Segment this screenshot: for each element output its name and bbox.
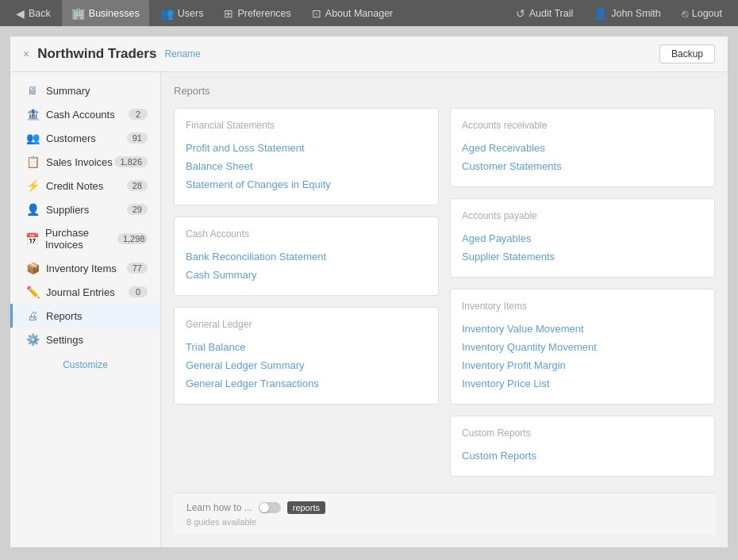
aged-receivables-link[interactable]: Aged Receivables (462, 139, 703, 157)
cash-summary-link[interactable]: Cash Summary (186, 266, 427, 284)
sidebar-item-settings[interactable]: ⚙️ Settings (10, 328, 160, 351)
top-nav: ◀ Back 🏢 Businesses 👥 Users ⊞ Preference… (0, 0, 738, 26)
reports-left-col: Financial Statements Profit and Loss Sta… (174, 108, 439, 477)
general-ledger-title: General Ledger (186, 319, 427, 330)
sidebar-suppliers-label: Suppliers (46, 204, 89, 216)
sidebar-reports-label: Reports (46, 310, 83, 322)
nav-user-label: John Smith (611, 8, 661, 19)
sidebar-summary-label: Summary (46, 85, 90, 97)
trial-balance-link[interactable]: Trial Balance (186, 338, 427, 356)
sidebar-sales-invoices-label: Sales Invoices (46, 156, 113, 168)
nav-users[interactable]: 👥 Users (151, 0, 213, 26)
guides-text: 8 guides available (186, 517, 702, 527)
settings-icon: ⚙️ (25, 333, 40, 346)
purchase-invoices-badge: 1,298 (117, 233, 148, 244)
inventory-items-card: Inventory Items Inventory Value Movement… (450, 289, 715, 405)
sidebar-item-credit-notes[interactable]: ⚡ Credit Notes 28 (10, 174, 160, 198)
nav-businesses[interactable]: 🏢 Businesses (62, 0, 149, 26)
sidebar-cash-accounts-label: Cash Accounts (46, 109, 115, 121)
sidebar-item-summary[interactable]: 🖥 Summary (10, 79, 160, 102)
inventory-quantity-movement-link[interactable]: Inventory Quantity Movement (462, 338, 703, 356)
reports-right-col: Accounts receivable Aged Receivables Cus… (450, 108, 715, 477)
sidebar-item-journal-entries[interactable]: ✏️ Journal Entries 0 (10, 280, 160, 304)
sidebar-item-inventory-items[interactable]: 📦 Inventory Items 77 (10, 256, 160, 280)
bank-reconciliation-link[interactable]: Bank Reconciliation Statement (186, 247, 427, 266)
aged-payables-link[interactable]: Aged Payables (462, 229, 703, 247)
customer-statements-link[interactable]: Customer Statements (462, 157, 703, 175)
profit-loss-link[interactable]: Profit and Loss Statement (186, 139, 427, 157)
main-wrapper: × Northwind Traders Rename Backup 🖥 Summ… (0, 26, 738, 560)
sidebar: 🖥 Summary 🏦 Cash Accounts 2 👥 Customers (10, 72, 161, 547)
sidebar-item-sales-invoices[interactable]: 📋 Sales Invoices 1,826 (10, 150, 160, 174)
journal-entries-badge: 0 (129, 286, 148, 297)
nav-back-label: Back (29, 8, 51, 19)
statement-changes-equity-link[interactable]: Statement of Changes in Equity (186, 175, 427, 194)
sidebar-item-customers[interactable]: 👥 Customers 91 (10, 126, 160, 150)
reports-tag: reports (287, 501, 325, 514)
sidebar-purchase-invoices-label: Purchase Invoices (45, 227, 117, 251)
backup-button[interactable]: Backup (659, 44, 715, 63)
sidebar-credit-notes-label: Credit Notes (46, 180, 103, 192)
sidebar-journal-entries-label: Journal Entries (46, 286, 115, 298)
panel-title-row: × Northwind Traders Rename (23, 46, 201, 62)
nav-preferences-label: Preferences (237, 8, 290, 19)
nav-right: ↺ Audit Trail 👤 John Smith ⎋ Logout (506, 0, 732, 26)
learn-text: Learn how to ... (186, 502, 252, 513)
sidebar-item-reports[interactable]: 🖨 Reports (10, 304, 160, 328)
nav-back[interactable]: ◀ Back (6, 0, 60, 26)
inventory-items-icon: 📦 (25, 262, 40, 274)
accounts-payable-title: Accounts payable (462, 210, 703, 221)
customers-icon: 👥 (25, 132, 40, 144)
general-ledger-transactions-link[interactable]: General Ledger Transactions (186, 374, 427, 393)
nav-about-label: About Manager (325, 8, 393, 19)
balance-sheet-link[interactable]: Balance Sheet (186, 157, 427, 175)
credit-notes-icon: ⚡ (25, 179, 40, 192)
general-ledger-summary-link[interactable]: General Ledger Summary (186, 356, 427, 374)
cash-accounts-icon: 🏦 (25, 108, 40, 121)
preferences-icon: ⊞ (224, 7, 233, 20)
suppliers-icon: 👤 (25, 203, 40, 216)
financial-statements-card: Financial Statements Profit and Loss Sta… (174, 108, 439, 205)
sidebar-item-suppliers[interactable]: 👤 Suppliers 29 (10, 198, 160, 221)
inventory-price-list-link[interactable]: Inventory Price List (462, 374, 703, 393)
rename-link[interactable]: Rename (164, 48, 200, 59)
accounts-payable-card: Accounts payable Aged Payables Supplier … (450, 198, 715, 278)
footer-row: Learn how to ... reports (186, 501, 702, 514)
user-icon: 👤 (594, 7, 607, 20)
inventory-items-badge: 77 (127, 263, 148, 274)
nav-logout[interactable]: ⎋ Logout (672, 0, 732, 26)
nav-user[interactable]: 👤 John Smith (584, 0, 671, 26)
custom-reports-title: Custom Reports (462, 428, 703, 439)
businesses-icon: 🏢 (71, 7, 85, 20)
nav-audit-trail[interactable]: ↺ Audit Trail (506, 0, 583, 26)
inventory-items-title: Inventory Items (462, 301, 703, 312)
logout-icon: ⎋ (682, 7, 688, 20)
nav-preferences[interactable]: ⊞ Preferences (214, 0, 300, 26)
summary-icon: 🖥 (25, 84, 40, 97)
right-content: Reports Financial Statements Profit and … (161, 72, 728, 547)
financial-statements-title: Financial Statements (186, 120, 427, 131)
custom-reports-link[interactable]: Custom Reports (462, 447, 703, 465)
toggle-switch[interactable] (259, 502, 281, 513)
nav-about[interactable]: ⊡ About Manager (302, 0, 402, 26)
sidebar-inventory-items-label: Inventory Items (46, 263, 117, 274)
business-name: Northwind Traders (37, 46, 156, 62)
accounts-receivable-title: Accounts receivable (462, 120, 703, 131)
credit-notes-badge: 28 (127, 180, 148, 191)
panel-header: × Northwind Traders Rename Backup (10, 36, 728, 72)
journal-entries-icon: ✏️ (25, 286, 40, 298)
sidebar-settings-label: Settings (46, 334, 83, 346)
accounts-receivable-card: Accounts receivable Aged Receivables Cus… (450, 108, 715, 187)
customize-link[interactable]: Customize (10, 351, 160, 378)
sidebar-item-purchase-invoices[interactable]: 📅 Purchase Invoices 1,298 (10, 221, 160, 256)
supplier-statements-link[interactable]: Supplier Statements (462, 247, 703, 266)
sidebar-item-cash-accounts[interactable]: 🏦 Cash Accounts 2 (10, 102, 160, 126)
close-button[interactable]: × (23, 48, 29, 60)
inventory-value-movement-link[interactable]: Inventory Value Movement (462, 320, 703, 338)
inventory-profit-margin-link[interactable]: Inventory Profit Margin (462, 356, 703, 374)
cash-accounts-title: Cash Accounts (186, 228, 427, 240)
purchase-invoices-icon: 📅 (25, 232, 39, 245)
sales-invoices-icon: 📋 (25, 155, 40, 168)
sales-invoices-badge: 1,826 (114, 156, 148, 167)
suppliers-badge: 29 (127, 204, 148, 215)
